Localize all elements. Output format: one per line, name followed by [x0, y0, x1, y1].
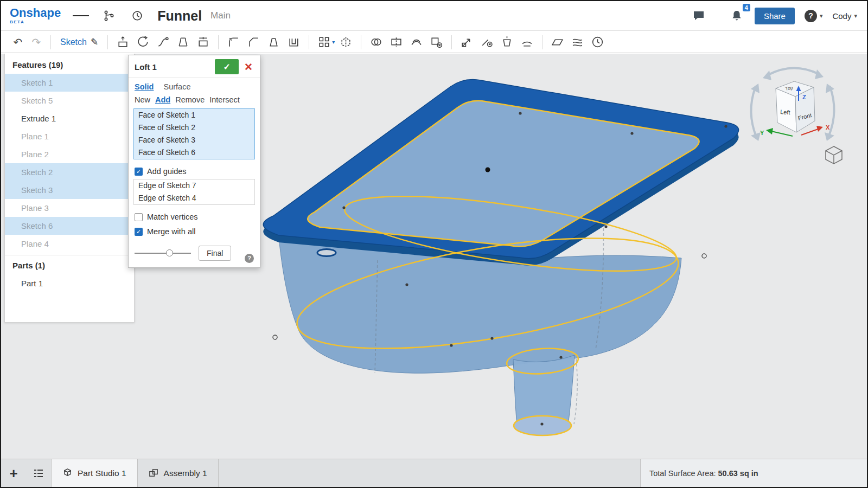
tab-part-studio[interactable]: Part Studio 1 — [51, 459, 138, 487]
loft-icon — [176, 35, 190, 49]
help-menu[interactable]: ? ▾ — [805, 10, 823, 22]
op-intersect[interactable]: Intersect — [209, 95, 240, 104]
final-button[interactable]: Final — [199, 246, 231, 261]
linear-pattern-icon — [317, 35, 331, 49]
delete-part-button[interactable] — [426, 34, 446, 51]
menu-icon[interactable] — [73, 8, 89, 24]
loft-dialog: Loft 1 ✓ ✕ Solid Surface New Add Remove … — [128, 55, 260, 268]
pattern-dropdown-icon[interactable]: ▾ — [332, 39, 335, 45]
comments-icon[interactable] — [691, 8, 707, 24]
guide-item[interactable]: Edge of Sketch 4 — [134, 192, 254, 204]
feature-item-extrude1[interactable]: Extrude 1 — [5, 110, 134, 127]
op-remove[interactable]: Remove — [175, 95, 205, 104]
shell-button[interactable] — [284, 34, 304, 51]
feature-item-plane3[interactable]: Plane 3 — [5, 199, 134, 217]
boolean-icon — [369, 35, 383, 49]
mirror-button[interactable] — [336, 34, 356, 51]
chamfer-button[interactable] — [244, 34, 264, 51]
composite-curve-button[interactable] — [567, 34, 588, 51]
guide-item[interactable]: Edge of Sketch 7 — [134, 179, 254, 192]
view-cube[interactable]: Top Left Front Z Y X — [751, 68, 842, 164]
feature-item-sketch1[interactable]: Sketch 1 — [5, 74, 134, 92]
add-guides-checkbox[interactable] — [135, 168, 143, 176]
isometric-view-icon[interactable] — [826, 146, 842, 164]
preview-slider[interactable] — [135, 249, 191, 257]
profile-item[interactable]: Face of Sketch 2 — [134, 121, 254, 134]
confirm-button[interactable]: ✓ — [215, 59, 239, 74]
feature-item-sketch6[interactable]: Sketch 6 — [5, 217, 134, 235]
offset-surface-button[interactable] — [406, 34, 426, 51]
helix-button[interactable] — [588, 34, 608, 51]
undo-button[interactable]: ↶ — [9, 34, 27, 51]
profiles-list: Face of Sketch 1 Face of Sketch 2 Face o… — [133, 108, 255, 159]
redo-button[interactable]: ↷ — [27, 34, 46, 51]
move-face-icon — [500, 35, 514, 49]
split-button[interactable] — [386, 34, 406, 51]
add-tab-button[interactable]: + — [1, 459, 26, 487]
versions-icon[interactable] — [101, 8, 117, 24]
op-new[interactable]: New — [135, 95, 150, 104]
profile-item[interactable]: Face of Sketch 6 — [134, 146, 254, 159]
sketch-button[interactable]: Sketch ✎ — [56, 36, 103, 48]
divider — [107, 35, 108, 49]
feature-item-plane2[interactable]: Plane 2 — [5, 145, 134, 163]
loft-dialog-title: Loft 1 — [135, 62, 215, 72]
merge-with-all-row: Merge with all — [129, 224, 260, 239]
match-vertices-checkbox[interactable] — [135, 213, 143, 221]
tab-manager-button[interactable] — [26, 459, 51, 487]
part-item-part1[interactable]: Part 1 — [5, 274, 134, 292]
slider-thumb[interactable] — [166, 249, 173, 256]
merge-with-all-checkbox[interactable] — [135, 228, 143, 236]
loft-button[interactable] — [173, 34, 193, 51]
draft-button[interactable] — [264, 34, 284, 51]
tab-list-icon — [33, 467, 44, 479]
chevron-down-icon: ▾ — [820, 12, 823, 20]
fillet-button[interactable] — [224, 34, 244, 51]
dialog-help-icon[interactable]: ? — [245, 254, 254, 263]
workspace-name[interactable]: Main — [210, 10, 231, 21]
linear-pattern-button[interactable] — [314, 34, 334, 51]
draft-icon — [267, 35, 280, 49]
history-icon[interactable] — [129, 8, 145, 24]
fillet-icon — [227, 35, 240, 49]
document-title[interactable]: Funnel — [157, 8, 202, 24]
tab-solid[interactable]: Solid — [135, 82, 154, 91]
tab-assembly[interactable]: Assembly 1 — [138, 459, 219, 487]
spout-bottom-face[interactable] — [514, 416, 571, 435]
transform-button[interactable] — [457, 34, 477, 51]
share-button[interactable]: Share — [755, 8, 795, 24]
boolean-button[interactable] — [366, 34, 386, 51]
delete-part-icon — [430, 35, 443, 49]
extrude-button[interactable] — [113, 34, 133, 51]
sweep-icon — [156, 35, 170, 49]
onshape-logo[interactable]: Onshape BETA — [10, 7, 61, 24]
flange-hole[interactable] — [317, 249, 336, 256]
tab-surface[interactable]: Surface — [163, 82, 190, 91]
move-face-button[interactable] — [497, 34, 517, 51]
divider — [309, 35, 309, 49]
delete-face-button[interactable] — [477, 34, 497, 51]
replace-face-icon — [520, 35, 534, 49]
match-vertices-row: Match vertices — [129, 210, 260, 224]
divider — [361, 35, 361, 49]
divider — [218, 35, 219, 49]
cancel-button[interactable]: ✕ — [239, 61, 255, 73]
feature-item-plane4[interactable]: Plane 4 — [5, 235, 134, 253]
funnel-model[interactable] — [263, 80, 738, 436]
plane-button[interactable] — [547, 34, 567, 51]
sweep-button[interactable] — [153, 34, 173, 51]
feature-item-sketch3[interactable]: Sketch 3 — [5, 181, 134, 199]
notifications-icon[interactable]: 4 — [729, 8, 745, 24]
replace-face-button[interactable] — [517, 34, 537, 51]
revolve-button[interactable] — [133, 34, 153, 51]
profile-item[interactable]: Face of Sketch 3 — [134, 134, 254, 146]
user-menu[interactable]: Cody ▾ — [832, 11, 857, 21]
loft-dialog-header: Loft 1 ✓ ✕ — [129, 55, 260, 78]
add-guides-row: Add guides — [129, 164, 260, 179]
feature-item-sketch2[interactable]: Sketch 2 — [5, 163, 134, 181]
profile-item[interactable]: Face of Sketch 1 — [134, 109, 254, 121]
op-add[interactable]: Add — [155, 95, 170, 104]
feature-item-sketch5[interactable]: Sketch 5 — [5, 92, 134, 110]
thicken-button[interactable] — [193, 34, 213, 51]
feature-item-plane1[interactable]: Plane 1 — [5, 127, 134, 145]
